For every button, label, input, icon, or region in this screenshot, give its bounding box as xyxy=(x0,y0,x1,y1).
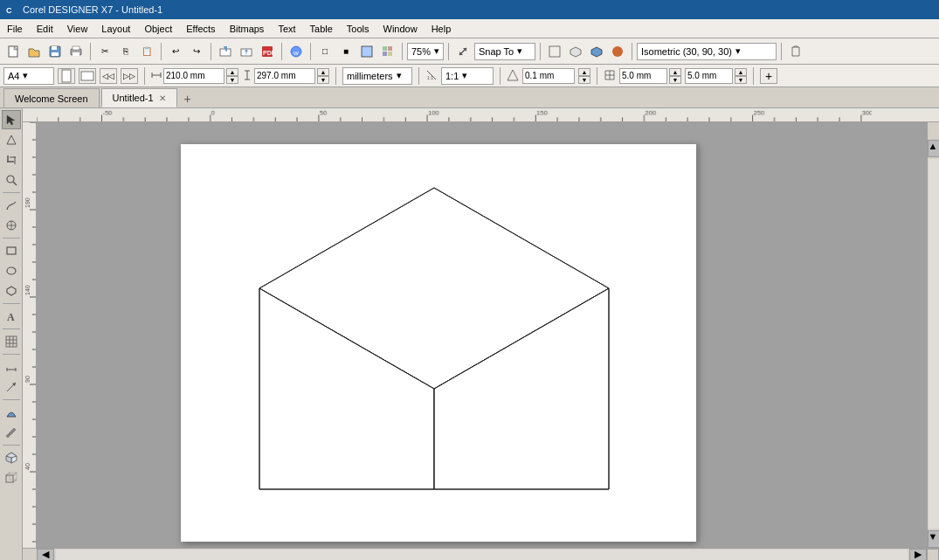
grid-x-input[interactable] xyxy=(619,68,667,84)
width-down[interactable]: ▼ xyxy=(226,76,238,84)
landscape-btn[interactable] xyxy=(79,68,96,84)
3d-view-solid[interactable] xyxy=(587,42,606,61)
eyedropper-btn[interactable] xyxy=(2,423,21,442)
connector-tool-btn[interactable] xyxy=(2,377,21,397)
nudge-down[interactable]: ▼ xyxy=(578,76,590,84)
nudge-spinner[interactable]: ▲ ▼ xyxy=(578,68,590,84)
paste-button[interactable]: 📋 xyxy=(137,42,156,61)
svg-rect-8 xyxy=(72,46,79,50)
menu-view[interactable]: View xyxy=(60,19,95,38)
cut-button[interactable]: ✂ xyxy=(95,42,114,61)
welcome-button[interactable]: w xyxy=(287,42,306,61)
grid-y-down[interactable]: ▼ xyxy=(735,76,747,84)
grid-x-up[interactable]: ▲ xyxy=(669,68,681,76)
ellipse-tool-btn[interactable] xyxy=(2,261,21,280)
view-grid-btn[interactable] xyxy=(545,42,564,61)
menu-edit[interactable]: Edit xyxy=(30,19,60,38)
save-button[interactable] xyxy=(45,42,65,61)
grid-x-down[interactable]: ▼ xyxy=(669,76,681,84)
tab-untitled1-close[interactable]: ✕ xyxy=(159,93,166,103)
snap-to-dropdown[interactable]: Snap To ▾ xyxy=(474,43,535,60)
shape-tool-btn[interactable] xyxy=(2,130,21,149)
svg-rect-16 xyxy=(362,46,372,57)
add-page-btn[interactable]: + xyxy=(760,68,777,84)
drawing-canvas[interactable] xyxy=(37,122,927,548)
horizontal-scrollbar[interactable]: ◀ ▶ xyxy=(23,548,939,560)
tab-add-button[interactable]: + xyxy=(179,90,197,107)
menu-effects[interactable]: Effects xyxy=(179,19,222,38)
dimension-tool-btn[interactable] xyxy=(2,357,21,377)
zoom-tool-btn[interactable] xyxy=(2,170,21,190)
scale-dropdown[interactable]: 1:1 ▾ xyxy=(441,67,494,85)
tab-untitled1[interactable]: Untitled-1 ✕ xyxy=(101,88,177,107)
undo-button[interactable]: ↩ xyxy=(166,42,185,61)
ruler-h-canvas xyxy=(37,108,872,121)
height-down[interactable]: ▼ xyxy=(317,76,329,84)
nudge-input[interactable] xyxy=(522,68,575,84)
menu-bitmaps[interactable]: Bitmaps xyxy=(223,19,272,38)
units-dropdown[interactable]: millimeters ▾ xyxy=(342,67,412,85)
view-mode-dropdown[interactable]: Isometric (30, 90, 30) ▾ xyxy=(637,43,777,60)
3d-view-wire[interactable] xyxy=(566,42,585,61)
pixels-view-btn[interactable] xyxy=(378,42,397,61)
hscroll-right-btn[interactable]: ▶ xyxy=(909,549,927,561)
menu-table[interactable]: Table xyxy=(303,19,340,38)
crop-tool-btn[interactable] xyxy=(2,150,21,169)
grid-y-input[interactable] xyxy=(685,68,733,84)
normal-view-btn[interactable]: ■ xyxy=(336,42,356,61)
page-nav-left[interactable]: ◁◁ xyxy=(100,68,117,84)
import-button[interactable] xyxy=(216,42,235,61)
polygon-tool-btn[interactable] xyxy=(2,281,21,301)
freehand-tool-btn[interactable] xyxy=(2,196,21,215)
copy-button[interactable]: ⎘ xyxy=(116,42,135,61)
view-settings-btn[interactable] xyxy=(786,42,805,61)
wireframe-btn[interactable]: □ xyxy=(315,42,335,61)
publish-button[interactable]: PDF xyxy=(258,42,277,61)
menu-object[interactable]: Object xyxy=(137,19,179,38)
open-button[interactable] xyxy=(24,42,44,61)
zoom-dropdown[interactable]: 75% ▾ xyxy=(407,43,444,60)
page-nav-right[interactable]: ▷▷ xyxy=(121,68,138,84)
selector-tool-btn[interactable] xyxy=(2,110,21,129)
grid-y-up[interactable]: ▲ xyxy=(735,68,747,76)
width-spinner[interactable]: ▲ ▼ xyxy=(226,68,238,84)
units-value: millimeters xyxy=(347,71,393,81)
hscroll-left-btn[interactable]: ◀ xyxy=(37,549,54,561)
height-input[interactable] xyxy=(254,68,315,84)
menu-file[interactable]: File xyxy=(0,19,30,38)
vertical-scrollbar[interactable]: ▲ ▼ xyxy=(927,122,939,548)
portrait-btn[interactable] xyxy=(58,68,75,84)
width-input[interactable] xyxy=(163,68,224,84)
vscroll-up-btn[interactable]: ▲ xyxy=(928,140,940,157)
grid-x-spinner[interactable]: ▲ ▼ xyxy=(669,68,681,84)
rectangle-tool-btn[interactable] xyxy=(2,241,21,260)
table-tool-btn[interactable] xyxy=(2,332,21,351)
print-button[interactable] xyxy=(66,42,86,61)
tab-welcome-screen[interactable]: Welcome Screen xyxy=(3,88,100,107)
height-spinner[interactable]: ▲ ▼ xyxy=(317,68,329,84)
page-size-dropdown[interactable]: A4 ▾ xyxy=(3,67,54,85)
export-button[interactable] xyxy=(237,42,256,61)
height-up[interactable]: ▲ xyxy=(317,68,329,76)
menu-text[interactable]: Text xyxy=(271,19,302,38)
3d-view-color[interactable] xyxy=(608,42,627,61)
smart-drawing-btn[interactable] xyxy=(2,216,21,235)
menu-help[interactable]: Help xyxy=(425,19,459,38)
svg-rect-9 xyxy=(72,52,79,56)
menu-window[interactable]: Window xyxy=(376,19,425,38)
vscroll-down-btn[interactable]: ▼ xyxy=(928,530,940,548)
enhanced-view-btn[interactable] xyxy=(357,42,376,61)
grid-y-spinner[interactable]: ▲ ▼ xyxy=(735,68,747,84)
secondary-toolbar: A4 ▾ ◁◁ ▷▷ ▲ ▼ ▲ ▼ millimeters xyxy=(0,65,939,87)
menu-layout[interactable]: Layout xyxy=(94,19,137,38)
redo-button[interactable]: ↪ xyxy=(187,42,206,61)
fill-tool-btn[interactable] xyxy=(2,403,21,422)
new-button[interactable] xyxy=(3,42,23,61)
svg-marker-26 xyxy=(591,47,602,57)
menu-tools[interactable]: Tools xyxy=(340,19,376,38)
3d-box-btn[interactable] xyxy=(2,448,21,467)
nudge-up[interactable]: ▲ xyxy=(578,68,590,76)
width-up[interactable]: ▲ xyxy=(226,68,238,76)
text-tool-btn[interactable]: A xyxy=(2,307,21,326)
extrude-btn[interactable] xyxy=(2,468,21,487)
